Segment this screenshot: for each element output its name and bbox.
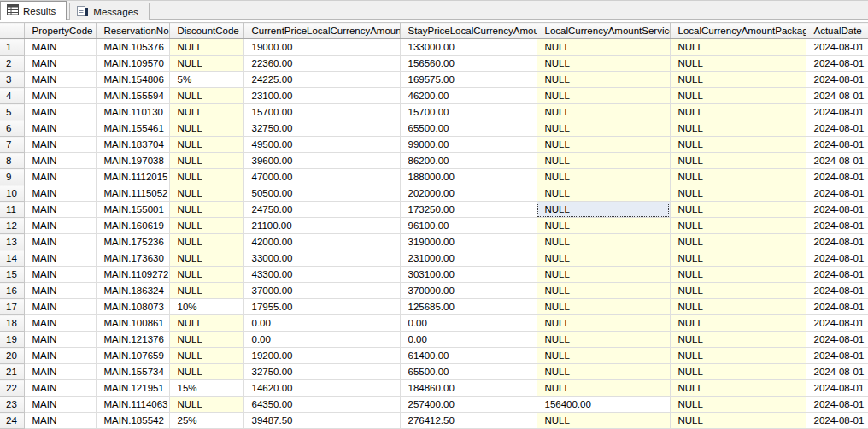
cell[interactable]: NULL [169, 250, 243, 267]
cell[interactable]: 2024-08-01 [806, 120, 868, 137]
cell[interactable]: 2024-08-01 [806, 250, 868, 267]
cell[interactable]: MAIN [24, 234, 96, 250]
row-header[interactable]: 12 [0, 218, 24, 234]
cell[interactable]: MAIN.155734 [96, 364, 169, 380]
cell[interactable]: MAIN [24, 72, 96, 88]
cell[interactable]: 24225.00 [243, 72, 400, 88]
cell[interactable]: NULL [169, 56, 243, 72]
row-header[interactable]: 1 [0, 39, 24, 56]
cell[interactable]: MAIN [24, 88, 96, 104]
cell[interactable]: 47000.00 [243, 169, 400, 185]
cell[interactable]: 5% [169, 72, 243, 88]
cell[interactable]: 19000.00 [243, 39, 400, 56]
cell[interactable]: 0.00 [243, 332, 400, 348]
cell[interactable]: NULL [670, 267, 806, 283]
cell[interactable]: NULL [670, 283, 806, 299]
cell[interactable]: NULL [670, 153, 806, 169]
cell[interactable]: 276412.50 [400, 413, 537, 429]
cell[interactable]: NULL [537, 234, 670, 250]
cell[interactable]: NULL [670, 56, 806, 72]
row-header[interactable]: 13 [0, 234, 24, 250]
row-header[interactable]: 7 [0, 137, 24, 153]
cell[interactable]: NULL [169, 169, 243, 185]
cell[interactable]: NULL [169, 348, 243, 364]
row-header[interactable]: 21 [0, 364, 24, 380]
cell[interactable]: 2024-08-01 [806, 169, 868, 185]
cell[interactable]: 2024-08-01 [806, 380, 868, 397]
cell[interactable]: 19200.00 [243, 348, 400, 364]
cell[interactable]: 125685.00 [400, 299, 537, 315]
cell[interactable]: NULL [670, 185, 806, 202]
cell[interactable]: MAIN.1112015 [96, 169, 169, 185]
row-header[interactable]: 6 [0, 120, 24, 137]
cell[interactable]: 0.00 [243, 315, 400, 332]
cell[interactable]: MAIN.105376 [96, 39, 169, 56]
cell[interactable]: MAIN.155461 [96, 120, 169, 137]
cell[interactable]: 15700.00 [400, 104, 537, 120]
cell[interactable]: 2024-08-01 [806, 364, 868, 380]
cell[interactable]: MAIN.155594 [96, 88, 169, 104]
cell[interactable]: 231000.00 [400, 250, 537, 267]
cell[interactable]: NULL [169, 120, 243, 137]
cell[interactable]: NULL [169, 104, 243, 120]
cell[interactable]: 169575.00 [400, 72, 537, 88]
cell[interactable]: NULL [670, 332, 806, 348]
cell[interactable]: NULL [537, 72, 670, 88]
cell[interactable]: 2024-08-01 [806, 315, 868, 332]
row-header[interactable]: 23 [0, 397, 24, 413]
cell[interactable]: NULL [670, 397, 806, 413]
cell[interactable]: MAIN [24, 364, 96, 380]
cell[interactable]: MAIN.108073 [96, 299, 169, 315]
cell[interactable]: MAIN [24, 39, 96, 56]
cell[interactable]: NULL [670, 120, 806, 137]
cell[interactable]: 2024-08-01 [806, 218, 868, 234]
cell[interactable]: 65500.00 [400, 364, 537, 380]
cell[interactable]: MAIN.173630 [96, 250, 169, 267]
cell[interactable]: MAIN.110130 [96, 104, 169, 120]
cell[interactable]: MAIN.1114063 [96, 397, 169, 413]
cell[interactable]: NULL [537, 185, 670, 202]
cell[interactable]: MAIN.160619 [96, 218, 169, 234]
cell[interactable]: NULL [670, 104, 806, 120]
cell[interactable]: NULL [169, 267, 243, 283]
cell[interactable]: 61400.00 [400, 348, 537, 364]
cell[interactable]: NULL [670, 234, 806, 250]
cell[interactable]: MAIN [24, 169, 96, 185]
row-header[interactable]: 16 [0, 283, 24, 299]
cell[interactable]: 2024-08-01 [806, 56, 868, 72]
row-header[interactable]: 17 [0, 299, 24, 315]
cell[interactable]: 42000.00 [243, 234, 400, 250]
cell[interactable]: MAIN [24, 413, 96, 429]
cell[interactable]: 43300.00 [243, 267, 400, 283]
cell[interactable]: MAIN [24, 56, 96, 72]
cell[interactable]: NULL [537, 413, 670, 429]
tab-messages[interactable]: Messages [69, 3, 149, 20]
cell[interactable]: NULL [537, 250, 670, 267]
cell[interactable]: MAIN [24, 315, 96, 332]
cell[interactable]: 2024-08-01 [806, 283, 868, 299]
cell[interactable]: NULL [537, 283, 670, 299]
cell[interactable]: MAIN [24, 218, 96, 234]
cell[interactable]: 33000.00 [243, 250, 400, 267]
cell[interactable]: NULL [670, 299, 806, 315]
cell[interactable]: 17955.00 [243, 299, 400, 315]
cell[interactable]: MAIN.154806 [96, 72, 169, 88]
cell[interactable]: 37000.00 [243, 283, 400, 299]
cell[interactable]: 65500.00 [400, 120, 537, 137]
cell[interactable]: 2024-08-01 [806, 88, 868, 104]
cell[interactable]: NULL [537, 380, 670, 397]
cell[interactable]: 303100.00 [400, 267, 537, 283]
row-header[interactable]: 5 [0, 104, 24, 120]
cell[interactable]: 2024-08-01 [806, 234, 868, 250]
cell[interactable]: NULL [169, 364, 243, 380]
cell[interactable]: NULL [670, 202, 806, 218]
cell[interactable]: 0.00 [400, 332, 537, 348]
column-header-LocalCurrencyAmountPackage[interactable]: LocalCurrencyAmountPackage [670, 23, 806, 39]
cell[interactable]: 46200.00 [400, 88, 537, 104]
row-header[interactable]: 18 [0, 315, 24, 332]
cell[interactable]: MAIN [24, 380, 96, 397]
cell[interactable]: NULL [169, 39, 243, 56]
column-header-CurrentPriceLocalCurrencyAmount[interactable]: CurrentPriceLocalCurrencyAmount [243, 23, 400, 39]
row-header[interactable]: 14 [0, 250, 24, 267]
cell[interactable]: MAIN.121951 [96, 380, 169, 397]
